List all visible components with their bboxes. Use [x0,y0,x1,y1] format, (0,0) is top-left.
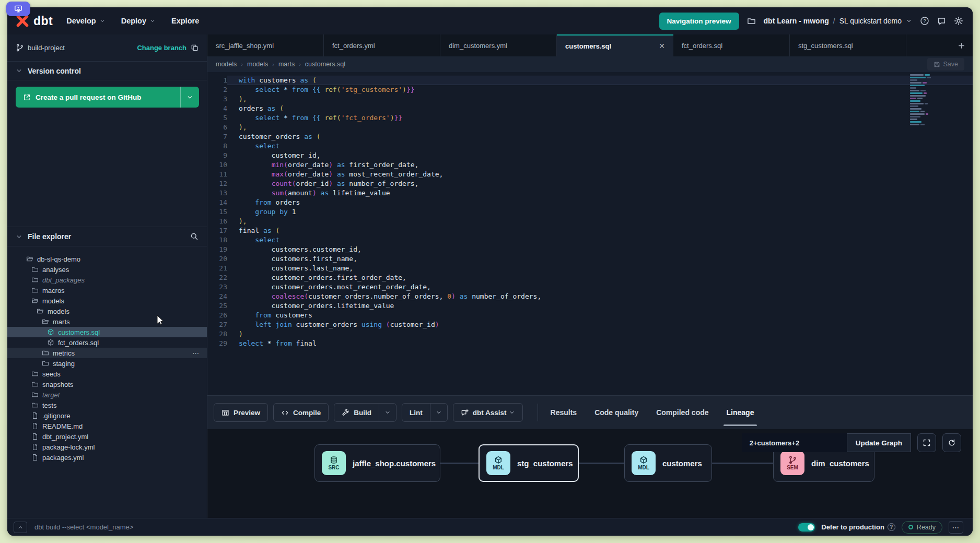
tree-item-README.md[interactable]: README.md [7,421,207,431]
tree-item-models[interactable]: models [7,306,207,316]
account-breadcrumb[interactable]: dbt Learn - mwong / SL quickstart demo [764,17,912,25]
code-line: 11 max(order_date) as most_recent_order_… [207,170,973,179]
tree-item-fct_orders.sql[interactable]: fct_orders.sql [7,337,207,348]
line-content: sum(amount) as lifetime_value [227,188,973,198]
tree-item-dbt_packages[interactable]: dbt_packages [7,275,207,285]
compile-button[interactable]: Compile [273,403,329,422]
editor-tab-fct_orders.sql[interactable]: fct_orders.sql [673,34,790,56]
create-pr-button[interactable]: Create a pull request on GitHub [16,87,199,108]
chevron-down-icon [16,67,22,74]
defer-help-icon[interactable]: ? [888,523,895,531]
defer-toggle[interactable] [798,523,815,532]
new-tab-button[interactable] [958,34,965,56]
tree-item-models[interactable]: models [7,296,207,306]
panel-tab-compiled-code[interactable]: Compiled code [655,403,709,422]
editor-tab-fct_orders.yml[interactable]: fct_orders.yml [324,34,440,56]
build-button[interactable]: Build [334,403,396,422]
code-line: 9 customer_id, [207,151,973,160]
version-control-header[interactable]: Version control [7,62,207,80]
folder-icon [31,266,39,273]
tree-item-package-lock.yml[interactable]: package-lock.yml [7,442,207,452]
tree-item-dbt_project.yml[interactable]: dbt_project.yml [7,431,207,442]
item-menu-icon[interactable]: ⋯ [192,349,200,357]
refresh-icon[interactable] [942,433,961,452]
status-menu-button[interactable]: ⋯ [949,521,963,534]
menu-develop[interactable]: Develop [66,17,105,25]
tree-item-label: packages.yml [42,454,84,462]
line-content: customers.last_name, [227,264,973,273]
line-content: count(order_id) as number_of_orders, [227,179,973,188]
panel-tab-results[interactable]: Results [550,403,578,422]
search-icon[interactable] [190,232,199,241]
line-content: max(order_date) as most_recent_order_dat… [227,170,973,179]
feedback-chat-icon[interactable] [937,17,946,26]
preview-button[interactable]: Preview [214,403,268,422]
tree-item-seeds[interactable]: seeds [7,369,207,379]
copy-icon[interactable] [191,44,199,52]
tree-item-.gitignore[interactable]: .gitignore [7,410,207,421]
editor-tab-customers.sql[interactable]: customers.sql✕ [557,34,673,56]
lineage-node-jaffle_shop.customers[interactable]: SRCjaffle_shop.customers [314,444,440,482]
panel-tabs: ResultsCode qualityCompiled codeLineage [550,403,755,422]
breadcrumb-item[interactable]: customers.sql [305,61,345,68]
pr-dropdown-caret[interactable] [180,87,199,108]
breadcrumb-item[interactable]: models [247,61,268,68]
file-tree: db-sl-qs-demoanalysesdbt_packagesmacrosm… [7,254,207,463]
dbt-assist-button[interactable]: dbt Assist [453,403,523,422]
tree-item-db-sl-qs-demo[interactable]: db-sl-qs-demo [7,254,207,264]
tree-item-marts[interactable]: marts [7,316,207,327]
close-icon[interactable]: ✕ [659,42,665,50]
editor-tab-src_jaffle_shop.yml[interactable]: src_jaffle_shop.yml [207,34,324,56]
change-branch-link[interactable]: Change branch [137,44,186,52]
tree-item-metrics[interactable]: metrics⋯ [7,348,207,358]
tree-item-analyses[interactable]: analyses [7,264,207,275]
line-content: select * from final [227,339,973,348]
project-name: SL quickstart demo [839,17,902,25]
save-button[interactable]: Save [927,58,965,70]
lineage-node-customers[interactable]: MDLcustomers [624,444,712,482]
lint-button[interactable]: Lint [402,403,448,422]
help-icon[interactable]: ? [920,16,929,26]
update-graph-button[interactable]: Update Graph [847,433,911,452]
code-editor[interactable]: 1with customers as (2 select * from {{ r… [207,72,973,395]
tree-item-staging[interactable]: staging [7,358,207,369]
panel-tab-code-quality[interactable]: Code quality [593,403,639,422]
tree-item-target[interactable]: target [7,389,207,400]
tree-item-macros[interactable]: macros [7,285,207,296]
tree-item-packages.yml[interactable]: packages.yml [7,452,207,463]
breadcrumb-item[interactable]: models [216,61,237,68]
editor-tab-stg_customers.sql[interactable]: stg_customers.sql [790,34,906,56]
tree-item-customers.sql[interactable]: customers.sql [7,327,207,337]
status-bar: dbt build --select <model_name> Defer to… [7,518,973,536]
command-input[interactable]: dbt build --select <model_name> [34,523,133,531]
menu-deploy[interactable]: Deploy [121,17,156,25]
line-number: 9 [207,151,227,160]
lineage-canvas[interactable]: 2+customers+2 Update Graph SRCjaffle_sho… [207,429,973,518]
line-number: 8 [207,141,227,151]
editor-tab-dim_customers.yml[interactable]: dim_customers.yml [440,34,557,56]
lineage-node-stg_customers[interactable]: MDLstg_customers [479,444,579,482]
lineage-selector-input[interactable]: 2+customers+2 [742,433,847,452]
code-line: 13 sum(amount) as lifetime_value [207,188,973,198]
fullscreen-icon[interactable] [917,433,936,452]
line-number: 27 [207,320,227,329]
line-number: 6 [207,123,227,132]
code-line: 7customer_orders as ( [207,132,973,141]
tab-label: customers.sql [565,42,611,50]
navigation-preview-button[interactable]: Navigation preview [659,13,739,30]
split-caret[interactable] [379,404,396,421]
panel-tab-lineage[interactable]: Lineage [726,403,755,422]
sem-badge: SEM [780,451,804,475]
file-explorer-header[interactable]: File explorer [7,227,207,246]
settings-gear-icon[interactable] [954,16,963,26]
expand-command-button[interactable] [14,522,27,533]
breadcrumb-item[interactable]: marts [278,61,295,68]
split-caret[interactable] [430,404,447,421]
minimap[interactable] [910,74,940,125]
create-pr-label: Create a pull request on GitHub [36,93,142,101]
screen-share-badge[interactable] [6,2,30,16]
menu-explore[interactable]: Explore [171,17,199,25]
code-line: 2 select * from {{ ref('stg_customers')}… [207,85,973,95]
tree-item-tests[interactable]: tests [7,400,207,410]
tree-item-snapshots[interactable]: snapshots [7,379,207,389]
